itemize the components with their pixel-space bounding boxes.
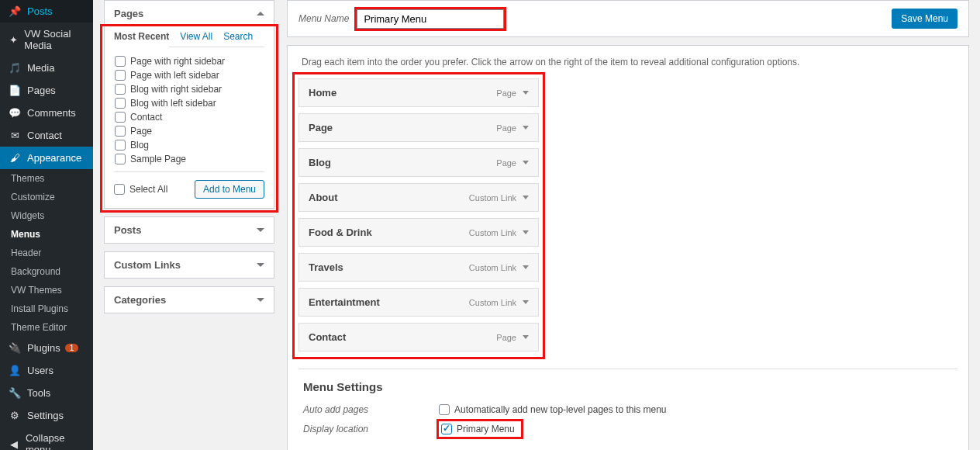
page-item[interactable]: Contact	[115, 110, 264, 124]
page-item[interactable]: Blog with left sidebar	[115, 96, 264, 110]
chevron-down-icon[interactable]	[523, 196, 529, 199]
menu-items-list: Home Page Page Page Blog Page About	[298, 78, 539, 351]
menu-name-wrap: Menu Name	[298, 9, 504, 29]
chevron-down-icon[interactable]	[523, 230, 529, 234]
posts-title: Posts	[114, 224, 141, 236]
chevron-down-icon[interactable]	[523, 335, 529, 339]
menu-item-title: Contact	[309, 331, 346, 343]
menu-item[interactable]: Food & Drink Custom Link	[298, 218, 539, 247]
categories-title: Categories	[114, 294, 166, 306]
sidebar-item-media[interactable]: 🎵 Media	[0, 57, 93, 79]
categories-postbox: Categories	[104, 286, 274, 313]
sidebar-item-settings[interactable]: ⚙ Settings	[0, 404, 93, 427]
menu-item[interactable]: Contact Page	[298, 323, 539, 351]
sidebar-item-collapse[interactable]: ◀ Collapse menu	[0, 427, 93, 450]
menu-item-title: Blog	[309, 157, 331, 168]
page-item[interactable]: Page with right sidebar	[115, 54, 264, 68]
sidebar-label: Settings	[27, 410, 64, 421]
auto-add-checkbox[interactable]	[439, 404, 450, 415]
sidebar-item-comments[interactable]: 💬 Comments	[0, 102, 93, 124]
meta-boxes-column: Pages Most Recent View All Search Page w…	[104, 0, 274, 321]
sidebar-item-contact[interactable]: ✉ Contact	[0, 124, 93, 147]
page-item[interactable]: Sample Page	[115, 152, 264, 166]
sidebar-sub-themes[interactable]: Themes	[0, 169, 93, 188]
sidebar-label: Appearance	[27, 152, 81, 164]
sidebar-sub-customize[interactable]: Customize	[0, 188, 93, 206]
location-control[interactable]: Primary Menu	[439, 421, 521, 437]
page-item[interactable]: Blog with right sidebar	[115, 82, 264, 96]
save-menu-button-top[interactable]: Save Menu	[892, 9, 958, 29]
gear-icon: ⚙	[8, 410, 22, 421]
menu-settings: Menu Settings Auto add pages Automatical…	[298, 369, 958, 446]
chevron-down-icon[interactable]	[523, 91, 529, 95]
sidebar-item-plugins[interactable]: 🔌 Plugins 1	[0, 337, 93, 359]
location-label: Display location	[303, 424, 439, 434]
sidebar-sub-widgets[interactable]: Widgets	[0, 206, 93, 225]
menu-item-type: Page	[496, 88, 529, 98]
menu-item-title: Home	[309, 87, 336, 99]
page-checkbox[interactable]	[115, 154, 126, 164]
chevron-down-icon[interactable]	[523, 126, 529, 130]
sidebar-sub-background[interactable]: Background	[0, 262, 93, 281]
sidebar-item-users[interactable]: 👤 Users	[0, 359, 93, 382]
chevron-down-icon	[257, 298, 264, 302]
page-checkbox[interactable]	[115, 140, 126, 151]
sidebar-item-pages[interactable]: 📄 Pages	[0, 79, 93, 102]
collapse-icon: ◀	[8, 438, 20, 450]
pages-postbox-header[interactable]: Pages	[105, 1, 274, 26]
add-to-menu-button[interactable]: Add to Menu	[195, 180, 264, 199]
media-icon: 🎵	[8, 62, 22, 74]
menu-item[interactable]: Blog Page	[298, 148, 539, 177]
comment-icon: 💬	[8, 107, 22, 119]
sidebar-item-posts[interactable]: 📌 Posts	[0, 0, 93, 22]
page-item[interactable]: Page with left sidebar	[115, 68, 264, 82]
sidebar-sub-theme-editor[interactable]: Theme Editor	[0, 318, 93, 337]
menu-header: Menu Name Save Menu	[287, 0, 969, 37]
chevron-down-icon	[257, 228, 264, 232]
chevron-down-icon[interactable]	[523, 265, 529, 269]
sidebar-item-vw-social[interactable]: ✦ VW Social Media	[0, 22, 93, 57]
chevron-down-icon[interactable]	[523, 161, 529, 164]
page-checkbox[interactable]	[115, 56, 126, 67]
menu-item-title: Entertaintment	[309, 296, 380, 308]
sidebar-sub-vwthemes[interactable]: VW Themes	[0, 281, 93, 299]
menu-name-input[interactable]	[357, 9, 504, 29]
location-checkbox[interactable]	[441, 424, 452, 434]
posts-postbox-header[interactable]: Posts	[105, 217, 274, 243]
location-text: Primary Menu	[457, 424, 515, 434]
menu-item-title: Page	[309, 122, 333, 133]
page-item[interactable]: Page	[115, 124, 264, 138]
sidebar-sub-header[interactable]: Header	[0, 244, 93, 262]
tab-most-recent[interactable]: Most Recent	[114, 26, 169, 47]
custom-links-postbox-header[interactable]: Custom Links	[105, 252, 274, 278]
chevron-down-icon	[257, 263, 264, 267]
select-all-checkbox[interactable]	[114, 184, 125, 195]
menu-item[interactable]: Page Page	[298, 113, 539, 142]
pages-footer: Select All Add to Menu	[114, 171, 264, 199]
page-checkbox[interactable]	[115, 70, 126, 81]
menu-item-type: Custom Link	[469, 228, 529, 237]
select-all[interactable]: Select All	[114, 184, 167, 195]
menu-item[interactable]: About Custom Link	[298, 183, 539, 212]
tab-search[interactable]: Search	[223, 26, 253, 47]
page-checkbox[interactable]	[115, 84, 126, 95]
page-checkbox[interactable]	[115, 112, 126, 123]
sidebar-item-tools[interactable]: 🔧 Tools	[0, 382, 93, 404]
sidebar-item-appearance[interactable]: 🖌 Appearance	[0, 147, 93, 169]
tab-view-all[interactable]: View All	[180, 26, 212, 47]
plug-icon: 🔌	[8, 342, 22, 354]
sidebar-sub-install-plugins[interactable]: Install Plugins	[0, 299, 93, 318]
page-item[interactable]: Blog	[115, 138, 264, 152]
menu-item-type: Page	[496, 158, 529, 168]
categories-postbox-header[interactable]: Categories	[105, 287, 274, 313]
auto-add-control[interactable]: Automatically add new top-level pages to…	[439, 404, 667, 415]
menu-item[interactable]: Travels Custom Link	[298, 253, 539, 282]
wrench-icon: 🔧	[8, 387, 22, 399]
chevron-down-icon[interactable]	[523, 300, 529, 304]
menu-item[interactable]: Entertaintment Custom Link	[298, 288, 539, 317]
menu-item[interactable]: Home Page	[298, 78, 539, 107]
page-checkbox[interactable]	[115, 126, 126, 137]
pages-list[interactable]: Page with right sidebar Page with left s…	[114, 54, 264, 167]
page-checkbox[interactable]	[115, 98, 126, 109]
sidebar-sub-menus[interactable]: Menus	[0, 225, 93, 244]
